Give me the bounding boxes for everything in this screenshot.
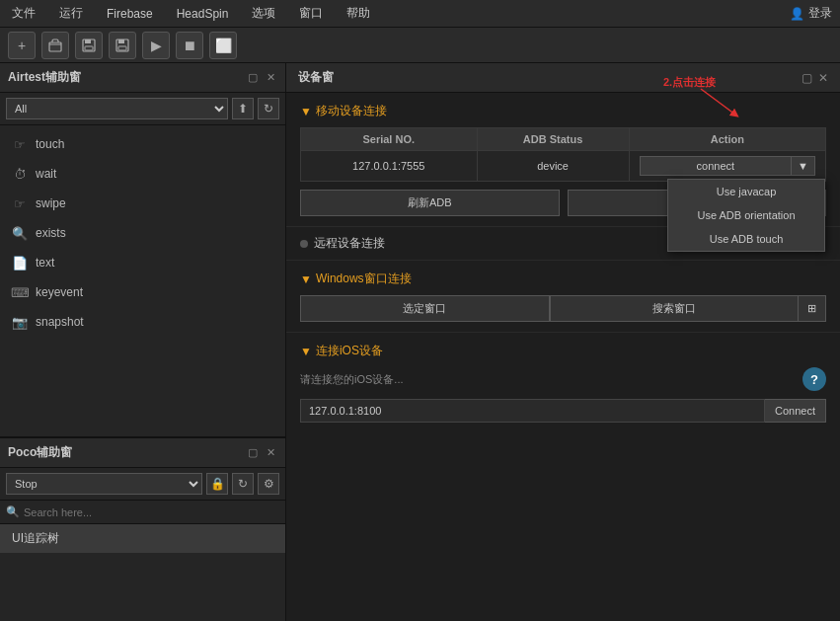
col-serial: Serial NO.	[301, 128, 478, 151]
menu-firebase[interactable]: Firebase	[103, 5, 157, 23]
layout-button[interactable]: ⬜	[209, 32, 237, 59]
poco-tree-item[interactable]: UI追踪树	[0, 524, 285, 553]
play-button[interactable]: ▶	[142, 32, 170, 59]
action-text-label: text	[36, 256, 54, 270]
action-text[interactable]: 📄 text	[0, 248, 285, 277]
open-button[interactable]	[41, 32, 69, 59]
action-wait[interactable]: ⏱ wait	[0, 159, 285, 189]
connect-dropdown-menu: Use javacap Use ADB orientation Use ADB …	[667, 179, 825, 252]
menubar: 文件 运行 Firebase HeadSpin 选项 窗口 帮助 👤 登录	[0, 0, 840, 28]
action-touch[interactable]: ☞ touch	[0, 129, 285, 159]
svg-rect-3	[85, 46, 93, 50]
login-label[interactable]: 登录	[808, 5, 832, 22]
col-action: Action	[629, 128, 825, 151]
menu-headspin[interactable]: HeadSpin	[173, 5, 233, 23]
menu-window[interactable]: 窗口	[295, 3, 327, 24]
svg-rect-6	[118, 46, 126, 50]
poco-settings-btn[interactable]: ⚙	[258, 473, 279, 495]
ios-connect-row: 请连接您的iOS设备... ?	[300, 367, 826, 391]
ios-help-button[interactable]: ?	[802, 367, 826, 391]
snapshot-icon: 📷	[12, 314, 28, 330]
action-list: ☞ touch ⏱ wait ☞ swipe 🔍 exists 📄 te	[0, 125, 285, 436]
svg-rect-2	[85, 39, 91, 43]
airtest-filter-select[interactable]: All	[6, 98, 228, 119]
airtest-panel-header: Airtest辅助窗 ▢ ✕	[0, 63, 285, 93]
action-snapshot-label: snapshot	[36, 315, 84, 329]
windows-section-arrow: ▼	[300, 272, 312, 286]
wait-icon: ⏱	[12, 166, 28, 182]
remote-section-title: 远程设备连接	[314, 235, 385, 252]
action-keyevent-label: keyevent	[36, 285, 83, 299]
poco-search-input[interactable]	[24, 506, 279, 518]
poco-mode-select[interactable]: Stop	[6, 473, 202, 495]
action-exists-label: exists	[36, 226, 66, 240]
menu-run[interactable]: 运行	[55, 3, 87, 24]
svg-rect-5	[118, 39, 124, 43]
stop-button[interactable]: ⏹	[176, 32, 203, 59]
device-minimize-btn[interactable]: ▢	[802, 71, 812, 85]
action-wait-label: wait	[36, 167, 56, 181]
ios-input-row: Connect	[300, 399, 826, 423]
use-adb-touch-option[interactable]: Use ADB touch	[668, 227, 824, 251]
airtest-close-btn[interactable]: ✕	[264, 71, 277, 85]
airtest-panel: Airtest辅助窗 ▢ ✕ All ⬆ ↻ ☞ touch ⏱	[0, 63, 285, 438]
refresh-adb-button[interactable]: 刷新ADB	[300, 190, 560, 216]
airtest-controls: ▢ ✕	[246, 71, 277, 85]
airtest-minimize-btn[interactable]: ▢	[246, 71, 260, 85]
save-as-button[interactable]	[109, 32, 136, 59]
mobile-section-header: ▼ 移动设备连接	[300, 103, 826, 119]
action-exists[interactable]: 🔍 exists	[0, 218, 285, 248]
search-window-button[interactable]: 搜索窗口	[550, 295, 800, 322]
poco-close-btn[interactable]: ✕	[264, 446, 277, 460]
menu-file[interactable]: 文件	[8, 3, 39, 24]
device-panel-header: 设备窗 ▢ ✕	[286, 63, 840, 93]
poco-minimize-btn[interactable]: ▢	[246, 446, 260, 460]
login-area[interactable]: 👤 登录	[790, 5, 832, 22]
device-panel-controls: ▢ ✕	[802, 71, 828, 85]
cell-action: connect ▼ Use javacap Use ADB orientatio…	[629, 151, 825, 182]
ios-section: ▼ 连接iOS设备 请连接您的iOS设备... ? Connect	[286, 333, 840, 432]
menu-options[interactable]: 选项	[248, 3, 279, 24]
airtest-title: Airtest辅助窗	[8, 69, 81, 86]
mobile-section-arrow: ▼	[300, 105, 312, 118]
device-table: Serial NO. ADB Status Action 127.0.0.1:7…	[300, 127, 826, 182]
window-btn-row: 选定窗口 搜索窗口 ⊞	[300, 295, 826, 322]
poco-search-bar: 🔍	[0, 501, 285, 524]
new-button[interactable]: +	[8, 32, 36, 59]
airtest-refresh-btn[interactable]: ↻	[258, 98, 279, 119]
action-snapshot[interactable]: 📷 snapshot	[0, 307, 285, 337]
cell-serial: 127.0.0.1:7555	[301, 151, 478, 182]
poco-filter-bar: Stop 🔒 ↻ ⚙	[0, 468, 285, 501]
col-adb-status: ADB Status	[477, 128, 629, 151]
connect-button[interactable]: connect	[640, 156, 792, 176]
airtest-filter-bar: All ⬆ ↻	[0, 93, 285, 125]
windows-section: ▼ Windows窗口连接 选定窗口 搜索窗口 ⊞	[286, 261, 840, 333]
mobile-section-title: 移动设备连接	[316, 103, 387, 119]
ios-connect-button[interactable]: Connect	[765, 399, 826, 423]
save-button[interactable]	[75, 32, 103, 59]
device-panel-title: 设备窗	[298, 69, 334, 86]
airtest-upload-btn[interactable]: ⬆	[232, 98, 254, 119]
remote-dot	[300, 240, 308, 248]
search-icon: 🔍	[6, 505, 20, 518]
user-icon: 👤	[790, 7, 804, 21]
device-panel: 设备窗 ▢ ✕ ▼ 移动设备连接 Serial NO. ADB Status	[286, 63, 840, 621]
cell-status: device	[477, 151, 629, 182]
text-icon: 📄	[12, 255, 28, 271]
use-adb-orientation-option[interactable]: Use ADB orientation	[668, 203, 824, 227]
poco-refresh-btn[interactable]: ↻	[232, 473, 254, 495]
device-close-btn[interactable]: ✕	[818, 71, 828, 85]
action-keyevent[interactable]: ⌨ keyevent	[0, 277, 285, 307]
toolbar: + ▶ ⏹ ⬜	[0, 28, 840, 63]
use-javacap-option[interactable]: Use javacap	[668, 180, 824, 203]
window-icon-button[interactable]: ⊞	[799, 295, 826, 322]
action-swipe[interactable]: ☞ swipe	[0, 189, 285, 218]
menu-help[interactable]: 帮助	[343, 3, 374, 24]
ios-section-header: ▼ 连接iOS设备	[300, 343, 826, 359]
connect-dropdown-button[interactable]: ▼	[792, 156, 815, 176]
action-swipe-label: swipe	[36, 196, 66, 210]
poco-lock-btn[interactable]: 🔒	[206, 473, 228, 495]
swipe-icon: ☞	[12, 195, 28, 211]
select-window-button[interactable]: 选定窗口	[300, 295, 550, 322]
ios-address-input[interactable]	[300, 399, 765, 423]
